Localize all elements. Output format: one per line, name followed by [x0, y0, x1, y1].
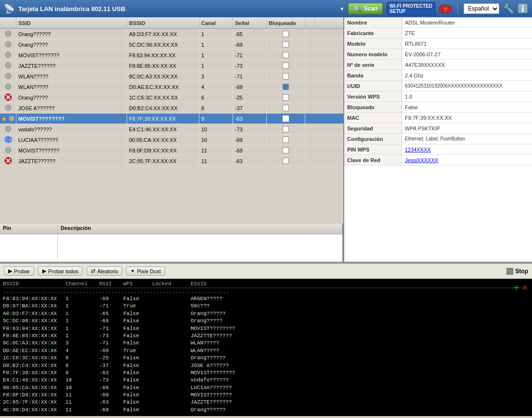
terminal-separator: ----------------------------------------… — [3, 289, 529, 295]
table-header: SSID BSSID Canal Señal Bloqueado — [0, 17, 343, 29]
terminal-data-row: A8:D3:F7:XX:XX:XX1-65FalseOrang?????? — [3, 310, 529, 317]
row-blocked[interactable] — [267, 103, 305, 113]
terminal-cell: False — [123, 310, 152, 317]
table-row[interactable]: MOVIST???????F8:0F:D9:XX:XX:XX11-69 — [0, 145, 343, 156]
row-blocked[interactable] — [267, 124, 305, 134]
mask-icon[interactable]: 👺 — [439, 4, 452, 13]
wps-setup-icon[interactable]: WI-FI PROTECTEDSETUP — [387, 2, 435, 15]
th-scroll — [305, 17, 315, 28]
terminal-cell: True — [123, 303, 152, 310]
terminal-col-header: BSSID — [3, 281, 65, 287]
svg-point-1 — [5, 41, 11, 47]
star-icon: ★ — [1, 115, 7, 123]
row-blocked[interactable] — [267, 39, 305, 50]
probar-button[interactable]: ▶ Probar — [4, 266, 34, 276]
terminal-cell: False — [123, 325, 152, 332]
signal-indicator — [8, 115, 15, 123]
terminal-cell: 58c??? — [191, 303, 529, 310]
blocked-checkbox[interactable] — [283, 94, 289, 101]
terminal-cell: F8:63:94:XX:XX:XX — [3, 325, 65, 332]
terminal-cell: 1C:C6:3C:XX:XX:XX — [3, 355, 65, 362]
table-row[interactable]: Orang??????A8:D3:F7:XX:XX:XX1-65 — [0, 29, 343, 39]
terminal-cell — [152, 362, 191, 369]
settings-icon[interactable]: 🔧 — [503, 3, 514, 14]
svg-point-4 — [5, 73, 11, 79]
terminal-cell: -71 — [99, 303, 123, 310]
dropdown-arrow[interactable]: ▼ — [340, 6, 345, 12]
row-ssid: Orang????? — [16, 39, 127, 50]
pixie-dust-button[interactable]: ✦ Pixie Dust — [126, 266, 165, 276]
row-blocked[interactable] — [267, 50, 305, 60]
terminal-cell — [152, 325, 191, 332]
terminal: ✛ ✕ BSSIDChannelRSSIWPSLockedESSID------… — [0, 279, 532, 416]
scan-button[interactable]: 🔍 Scan — [348, 3, 383, 14]
table-row[interactable]: vodafo??????E4:C1:46:XX:XX:XX10-73 — [0, 124, 343, 135]
table-row[interactable]: WLAN?????8C:0C:A3:XX:XX:XX3-71 — [0, 71, 343, 82]
svg-point-3 — [5, 63, 11, 68]
terminal-cell: D0:AE:EC:XX:XX:XX — [3, 347, 65, 355]
blocked-checkbox[interactable] — [283, 63, 289, 69]
terminal-data-row: F8:0F:D9:XX:XX:XX11-69FalseMOVIST??????? — [3, 392, 529, 399]
table-row[interactable]: MOVIST???????F8:63:94:XX:XX:XX1-71 — [0, 50, 343, 61]
table-row[interactable]: JAZZTE??????F8:8E:85:XX:XX:XX1-73 — [0, 61, 343, 71]
terminal-cell: 2C:95:7F:XX:XX:XX — [3, 399, 65, 406]
terminal-expand-icon[interactable]: ✛ — [514, 282, 519, 292]
row-blocked[interactable] — [267, 114, 305, 124]
info-icon[interactable]: ℹ️ — [518, 3, 528, 14]
table-row[interactable]: JAZZTE??????2C:95:7F:XX:XX:XX11-63 — [0, 156, 343, 166]
table-row[interactable]: ★MOVIST????????F8:7F:39:XX:XX:XX9-63 — [0, 114, 343, 124]
row-blocked[interactable] — [267, 145, 305, 155]
language-select[interactable]: Español English — [464, 3, 499, 14]
blocked-checkbox[interactable] — [283, 115, 289, 122]
row-blocked[interactable] — [267, 71, 305, 81]
row-senal: -69 — [233, 82, 267, 92]
aleatorio-button[interactable]: ⇄ Aleatorio — [87, 266, 122, 276]
row-bssid: D0:AE:EC:XX:XX:XX — [127, 82, 199, 92]
table-row[interactable]: Orang?????1C:C6:3C:XX:XX:XX6-25 — [0, 92, 343, 103]
row-blocked[interactable] — [267, 61, 305, 71]
terminal-cell: E4:C1:46:XX:XX:XX — [3, 377, 65, 384]
row-blocked[interactable] — [267, 92, 305, 102]
probar-todos-button[interactable]: ▶ Probar todos — [38, 266, 83, 276]
terminal-cell: False — [123, 399, 152, 406]
info-th-desc: Descripción — [58, 224, 342, 234]
terminal-cell: 10 — [65, 384, 99, 392]
terminal-cell: ARGEN????? — [191, 295, 529, 303]
terminal-data-row: 1C:C6:3C:XX:XX:XX6-25FalseOrang?????? — [3, 355, 529, 362]
row-senal: -73 — [233, 61, 267, 71]
row-blocked[interactable] — [267, 82, 305, 92]
table-row[interactable]: Orang?????5C:DC:96:XX:XX:XX1-69 — [0, 39, 343, 50]
terminal-col-header: ESSID — [191, 281, 529, 287]
blocked-checkbox[interactable] — [283, 31, 289, 37]
blocked-checkbox[interactable] — [283, 41, 289, 48]
blocked-checkbox[interactable] — [283, 84, 289, 90]
blocked-checkbox[interactable] — [283, 147, 289, 153]
signal-indicator — [5, 83, 12, 91]
svg-point-15 — [5, 147, 11, 153]
terminal-cell: False — [123, 369, 152, 377]
table-row[interactable]: LUCIAA???????00:05:CA:XX:XX:XX10-69 — [0, 135, 343, 145]
detail-scroll: Nombre ADSL Modem/Router Fabricante ZTE … — [344, 17, 532, 262]
row-blocked[interactable] — [267, 135, 305, 145]
terminal-cell: -73 — [99, 332, 123, 340]
terminal-cell — [152, 332, 191, 340]
row-blocked[interactable] — [267, 29, 305, 39]
terminal-close-icon[interactable]: ✕ — [522, 282, 527, 292]
terminal-col-header: Channel — [65, 281, 99, 287]
blocked-checkbox[interactable] — [283, 158, 289, 164]
blocked-checkbox[interactable] — [283, 52, 289, 58]
network-panel: SSID BSSID Canal Señal Bloqueado Orang??… — [0, 17, 344, 262]
terminal-data-row: E4:C1:46:XX:XX:XX10-73Falsevodafo?????? — [3, 377, 529, 384]
row-blocked[interactable] — [267, 156, 305, 166]
table-row[interactable]: WLAN?????D0:AE:EC:XX:XX:XX4-69 — [0, 82, 343, 92]
row-ssid: JAZZTE?????? — [16, 61, 127, 71]
blocked-checkbox[interactable] — [283, 73, 289, 79]
table-row[interactable]: JOSE A??????D0:B2:C4:XX:XX:XX8-37 — [0, 103, 343, 114]
blocked-checkbox[interactable] — [283, 126, 289, 132]
blocked-checkbox[interactable] — [283, 137, 289, 143]
terminal-cell: False — [123, 340, 152, 347]
terminal-data-row: 4C:09:D4:XX:XX:XX11-69FalseOrang?????? — [3, 406, 529, 414]
blocked-checkbox[interactable] — [283, 105, 289, 111]
row-canal: 8 — [199, 103, 233, 113]
stop-button[interactable]: Stop — [515, 268, 528, 275]
